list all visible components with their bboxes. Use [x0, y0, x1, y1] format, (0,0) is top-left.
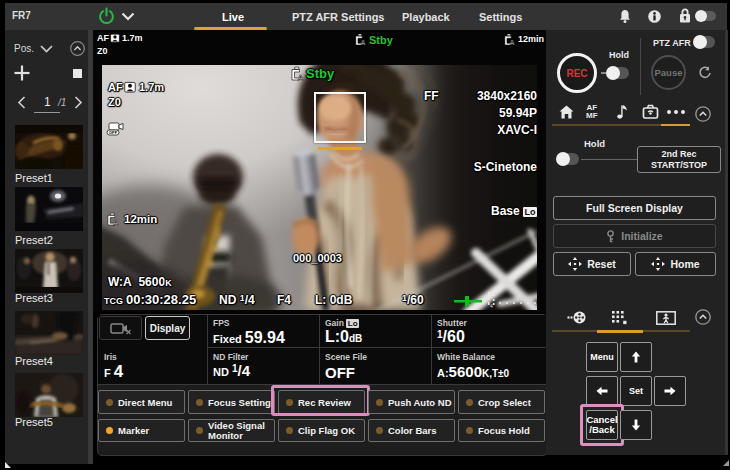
- svg-text:A: A: [298, 73, 304, 81]
- svg-text:A: A: [510, 39, 515, 46]
- svg-text:A: A: [361, 39, 366, 46]
- svg-text:OFF: OFF: [109, 130, 118, 135]
- svg-text:4: 4: [490, 303, 493, 309]
- svg-text:A: A: [113, 219, 118, 226]
